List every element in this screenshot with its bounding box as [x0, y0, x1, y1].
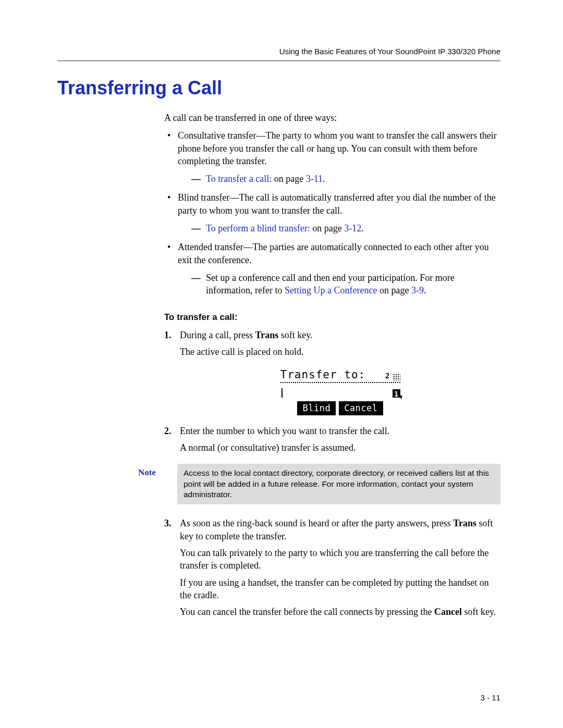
section-title: Transferring a Call	[57, 77, 500, 99]
note-box: Access to the local contact directory, c…	[177, 464, 500, 505]
softkey-name: Cancel	[434, 607, 462, 617]
page-number: 3 - 11	[481, 693, 500, 702]
running-head: Using the Basic Features of Your SoundPo…	[57, 47, 500, 56]
step-subtext: The active call is placed on hold.	[180, 346, 500, 358]
lcd-indicator-number: 2	[385, 371, 389, 382]
step-text: You can cancel the transfer before the c…	[180, 607, 434, 617]
step-para: You can talk privately to the party to w…	[180, 547, 500, 572]
step-1: During a call, press Trans soft key. The…	[164, 329, 500, 416]
phone-lcd-illustration: Transfer to: 2 1 Blind Cancel	[280, 367, 400, 415]
xref-after: on page	[272, 174, 305, 184]
step-text-after: soft key.	[278, 330, 312, 340]
lcd-dots-icon	[393, 374, 400, 381]
xref-after: on page	[310, 223, 344, 233]
sub-bullet: To transfer a call: on page 3-11.	[191, 172, 500, 185]
xref-page[interactable]: 3-11	[306, 174, 323, 184]
bullet-blind: Blind transfer—The call is automatically…	[164, 191, 500, 235]
xref-link[interactable]: To transfer a call:	[206, 174, 272, 184]
xref-link[interactable]: To perform a blind transfer:	[206, 223, 310, 233]
bullet-consultative: Consultative transfer—The party to whom …	[164, 129, 500, 185]
procedure-heading: To transfer a call:	[164, 312, 500, 324]
xref-page[interactable]: 3-12	[344, 223, 361, 233]
step-subtext: A normal (or consultative) transfer is a…	[180, 441, 500, 454]
sub-bullet: To perform a blind transfer: on page 3-1…	[191, 222, 500, 235]
sub-bullet: Set up a conference call and then end yo…	[191, 272, 500, 297]
bullet-text: Attended transfer—The parties are automa…	[178, 242, 489, 265]
lcd-cursor-icon	[282, 388, 283, 398]
xref-page[interactable]: 3-9	[411, 285, 424, 295]
softkey-name: Trans	[453, 518, 476, 528]
xref-link[interactable]: Setting Up a Conference	[285, 285, 377, 295]
step-text: Enter the number to which you want to tr…	[180, 426, 389, 436]
step-3: As soon as the ring-back sound is heard …	[164, 517, 500, 618]
lcd-softkey-cancel: Cancel	[339, 401, 383, 415]
step-2: Enter the number to which you want to tr…	[164, 425, 500, 504]
bullet-text: Blind transfer—The call is automatically…	[178, 192, 496, 215]
step-text: As soon as the ring-back sound is heard …	[180, 518, 453, 528]
xref-period: .	[424, 285, 426, 295]
bullet-text: Consultative transfer—The party to whom …	[178, 130, 497, 166]
xref-period: .	[361, 223, 364, 233]
lcd-softkey-blind: Blind	[297, 401, 336, 415]
step-text: During a call, press	[180, 330, 255, 340]
lcd-line-badge: 1	[393, 389, 400, 398]
softkey-name: Trans	[255, 330, 278, 340]
note-label: Note	[138, 464, 177, 479]
step-text-after: soft key.	[462, 607, 496, 617]
step-para: If you are using a handset, the transfer…	[180, 576, 500, 602]
xref-after: on page	[377, 285, 411, 295]
header-rule	[57, 60, 500, 61]
bullet-attended: Attended transfer—The parties are automa…	[164, 241, 500, 297]
lcd-title: Transfer to:	[280, 367, 366, 382]
intro-paragraph: A call can be transferred in one of thre…	[164, 112, 500, 124]
step-para: You can cancel the transfer before the c…	[180, 606, 500, 618]
xref-period: .	[323, 174, 325, 184]
